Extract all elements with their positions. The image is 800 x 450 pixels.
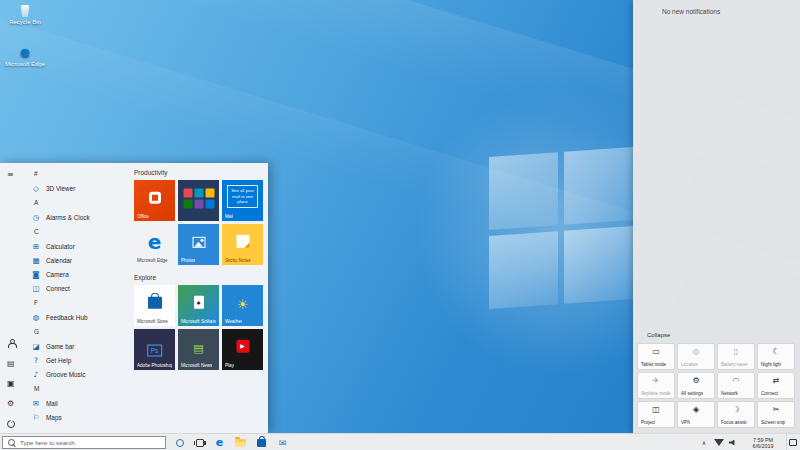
cube-icon: ◇: [31, 184, 41, 193]
quick-action-focus-assist[interactable]: ☽ Focus assist: [717, 401, 755, 428]
battery-icon: ▯: [718, 347, 754, 356]
windows-logo-pane: [489, 231, 558, 309]
desktop-icon-edge[interactable]: e Microsoft Edge: [2, 45, 48, 68]
tablet-mode-icon: ▭: [638, 347, 674, 356]
file-explorer-button[interactable]: [231, 434, 250, 450]
game-bar-icon: ◪: [31, 342, 41, 351]
tile-group-title[interactable]: Explore: [134, 274, 268, 281]
cortana-button[interactable]: [170, 434, 189, 450]
location-icon: ◎: [678, 347, 714, 356]
quick-action-connect[interactable]: ⇄ Connect: [757, 372, 795, 399]
edge-icon: e: [20, 45, 30, 59]
app-list-section-header[interactable]: #: [25, 166, 131, 181]
app-list-section-header[interactable]: F: [25, 295, 131, 310]
calendar-icon: ▦: [31, 256, 41, 265]
windows-logo-pane: [564, 226, 633, 304]
app-list-section-header[interactable]: A: [25, 195, 131, 210]
quick-action-network[interactable]: ◠ Network: [717, 372, 755, 399]
screen-snip-icon: ✂: [758, 405, 794, 414]
tile-sticky-notes[interactable]: Sticky Notes: [222, 224, 263, 265]
task-view-button[interactable]: [190, 434, 209, 450]
quick-action-vpn[interactable]: ◈ VPN: [677, 401, 715, 428]
maps-flag-icon: ⚐: [31, 413, 41, 422]
app-list-item-calculator[interactable]: ⊞ Calculator: [25, 239, 131, 253]
edge-icon: e: [148, 230, 162, 254]
mail-button[interactable]: ✉: [273, 434, 292, 450]
tile-microsoft-news[interactable]: ▤ Microsoft News: [178, 329, 219, 370]
quick-action-night-light[interactable]: ☾ Night light: [757, 343, 795, 370]
clock-icon: ◷: [31, 213, 41, 222]
app-list-item-mail[interactable]: ✉ Mail: [25, 396, 131, 410]
vpn-icon: ◈: [678, 405, 714, 414]
app-list-item-alarms-clock[interactable]: ◷ Alarms & Clock: [25, 210, 131, 224]
tile-mail[interactable]: See all your mail in one place Mail: [222, 180, 263, 221]
app-list-item-3d-viewer[interactable]: ◇ 3D Viewer: [25, 181, 131, 195]
tile-solitaire[interactable]: Microsoft Solitaire Collection: [178, 285, 219, 326]
app-list-item-maps[interactable]: ⚐ Maps: [25, 410, 131, 424]
quick-action-tablet-mode[interactable]: ▭ Tablet mode: [637, 343, 675, 370]
store-icon: [257, 439, 266, 447]
power-icon[interactable]: [7, 420, 15, 430]
wifi-icon: [714, 439, 724, 446]
search-input[interactable]: Type here to search: [2, 436, 166, 449]
user-icon[interactable]: [7, 339, 16, 350]
app-list-section-header[interactable]: C: [25, 224, 131, 239]
mail-icon: ✉: [279, 438, 287, 448]
app-list-section-header[interactable]: G: [25, 324, 131, 339]
tile-weather[interactable]: ☀ Weather: [222, 285, 263, 326]
connect-icon: ◫: [31, 284, 41, 293]
collapse-button[interactable]: Collapse: [647, 332, 670, 338]
documents-icon[interactable]: ▤: [7, 359, 15, 368]
taskbar-clock[interactable]: 7:59 PM 6/6/2019: [741, 434, 785, 450]
action-center-panel: No new notifications Collapse ▭ Tablet m…: [633, 0, 800, 433]
tray-expand-caret: ∧: [702, 439, 706, 446]
sun-icon: ☀: [237, 296, 249, 311]
search-placeholder: Type here to search: [20, 439, 75, 446]
news-icon: ▤: [193, 341, 203, 354]
tile-group-title[interactable]: Productivity: [134, 169, 268, 176]
quick-action-all-settings[interactable]: ⚙ All settings: [677, 372, 715, 399]
quick-action-battery-saver[interactable]: ▯ Battery saver: [717, 343, 755, 370]
tray-time: 7:59 PM: [753, 437, 774, 443]
app-list-item-calendar[interactable]: ▦ Calendar: [25, 253, 131, 267]
desktop-icon-recycle-bin[interactable]: Recycle Bin: [2, 5, 48, 26]
quick-action-location[interactable]: ◎ Location: [677, 343, 715, 370]
store-button[interactable]: [252, 434, 271, 450]
tile-microsoft-edge[interactable]: e Microsoft Edge: [134, 224, 175, 265]
tile-adobe-photoshop[interactable]: Ps Adobe Photoshop Express: [134, 329, 175, 370]
app-list-section-header[interactable]: M: [25, 381, 131, 396]
app-list-item-get-help[interactable]: ? Get Help: [25, 353, 131, 367]
tray-network-button[interactable]: [712, 434, 725, 450]
project-icon: ◫: [638, 405, 674, 414]
start-tiles-area: Productivity Office See all your mail in…: [132, 163, 268, 370]
camera-icon: ◙: [31, 270, 41, 279]
quick-action-project[interactable]: ◫ Project: [637, 401, 675, 428]
tile-apps-live[interactable]: [178, 180, 219, 221]
quick-action-airplane-mode[interactable]: ✈ Airplane mode: [637, 372, 675, 399]
windows-logo: [489, 147, 633, 309]
app-list-item-camera[interactable]: ◙ Camera: [25, 267, 131, 281]
notifications-status-text: No new notifications: [662, 8, 720, 15]
tile-group-productivity: Office See all your mail in one place Ma…: [134, 180, 268, 265]
taskbar-edge-button[interactable]: e: [210, 434, 229, 450]
tile-play[interactable]: Play: [222, 329, 263, 370]
app-list-item-feedback-hub[interactable]: ◍ Feedback Hub: [25, 310, 131, 324]
desktop: Recycle Bin e Microsoft Edge No new noti…: [0, 0, 800, 450]
tile-photos[interactable]: Photos: [178, 224, 219, 265]
tile-microsoft-store[interactable]: Microsoft Store: [134, 285, 175, 326]
quick-action-screen-snip[interactable]: ✂ Screen snip: [757, 401, 795, 428]
recycle-bin-icon: [20, 5, 30, 17]
task-view-icon: [196, 439, 204, 447]
hamburger-menu-icon[interactable]: ≡: [7, 170, 14, 179]
app-list-item-groove-music[interactable]: ♪ Groove Music: [25, 367, 131, 381]
start-app-list: # ◇ 3D Viewer A ◷ Alarms & Clock C ⊞ Cal…: [25, 166, 131, 424]
app-list-item-game-bar[interactable]: ◪ Game bar: [25, 339, 131, 353]
settings-gear-icon[interactable]: ⚙: [7, 399, 14, 408]
pictures-icon[interactable]: ▣: [7, 379, 15, 388]
action-center-button[interactable]: [786, 434, 799, 450]
start-menu: ≡ ▤ ▣ ⚙ # ◇ 3D Viewer A ◷ Alarms & Clock…: [0, 163, 268, 433]
tray-expand-button[interactable]: ∧: [698, 434, 710, 450]
tray-volume-button[interactable]: [726, 434, 739, 450]
app-list-item-connect[interactable]: ◫ Connect: [25, 281, 131, 295]
tile-office[interactable]: Office: [134, 180, 175, 221]
